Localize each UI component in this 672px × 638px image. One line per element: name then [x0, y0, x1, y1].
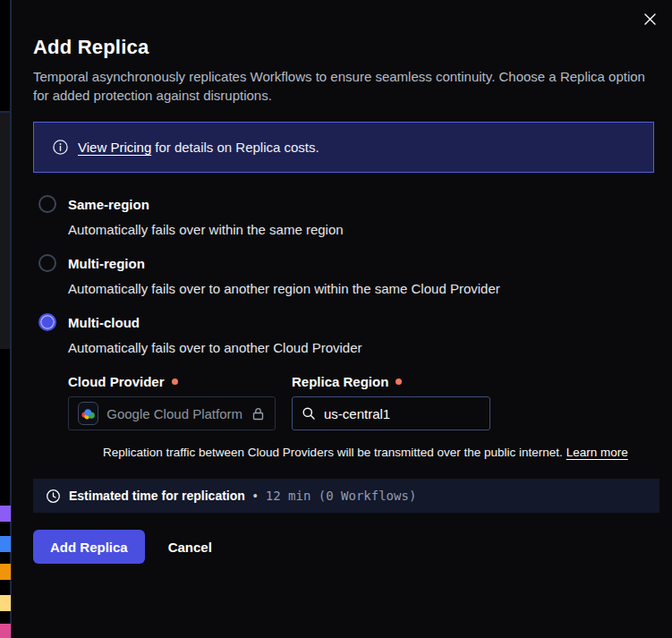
traffic-note: Replication traffic between Cloud Provid… — [103, 446, 652, 459]
pricing-banner-text: View Pricingfor details on Replica costs… — [78, 140, 319, 155]
radio-multi-region[interactable]: Multi-region — [33, 254, 652, 272]
cloud-provider-label-text: Cloud Provider — [68, 374, 165, 389]
page-title: Add Replica — [33, 0, 652, 59]
pricing-banner-rest: for details on Replica costs. — [155, 140, 319, 155]
radio-unselected-icon[interactable] — [38, 195, 56, 213]
radio-selected-icon[interactable] — [38, 313, 56, 331]
search-icon — [302, 406, 316, 421]
gcp-logo-icon — [78, 402, 98, 425]
estimate-separator: • — [253, 489, 258, 503]
radio-same-region[interactable]: Same-region — [33, 195, 652, 213]
info-icon — [52, 139, 69, 156]
screen: Add Replica Temporal asynchronously repl… — [0, 0, 672, 638]
estimate-value: 12 min (0 Workflows) — [266, 489, 417, 503]
cancel-button[interactable]: Cancel — [168, 540, 212, 555]
cloud-provider-select[interactable]: Google Cloud Platform — [68, 396, 276, 430]
option-multi-region: Multi-region Automatically fails over to… — [33, 254, 652, 296]
add-replica-button[interactable]: Add Replica — [33, 530, 145, 564]
pricing-info-banner: View Pricingfor details on Replica costs… — [33, 122, 654, 173]
cloud-provider-value: Google Cloud Platform — [106, 406, 242, 421]
required-dot — [396, 379, 402, 385]
view-pricing-link[interactable]: View Pricing — [78, 140, 151, 155]
background-color-block-yellow — [0, 595, 11, 611]
replica-region-searchbox[interactable] — [292, 396, 490, 430]
replica-region-label-text: Replica Region — [292, 374, 388, 389]
option-same-region: Same-region Automatically fails over wit… — [33, 195, 652, 237]
estimate-banner: Estimated time for replication • 12 min … — [33, 479, 659, 513]
cloud-provider-field: Cloud Provider — [68, 374, 276, 430]
modal-description: Temporal asynchronously replicates Workf… — [33, 67, 652, 105]
radio-unselected-icon[interactable] — [38, 254, 56, 272]
lock-icon — [251, 406, 266, 421]
add-replica-modal: Add Replica Temporal asynchronously repl… — [12, 0, 672, 638]
close-icon — [643, 13, 657, 26]
background-color-block-pink — [0, 624, 11, 638]
option-description: Automatically fails over to another Clou… — [68, 340, 652, 355]
background-color-block-purple — [0, 506, 11, 522]
radio-multi-cloud[interactable]: Multi-cloud — [33, 313, 652, 331]
close-button[interactable] — [638, 7, 661, 30]
estimate-label: Estimated time for replication — [69, 489, 245, 503]
clock-icon — [46, 489, 61, 504]
option-label: Same-region — [68, 197, 149, 212]
option-label: Multi-cloud — [68, 315, 140, 330]
replica-options-group: Same-region Automatically fails over wit… — [33, 195, 652, 459]
option-description: Automatically fails over within the same… — [68, 222, 652, 237]
multi-cloud-form: Cloud Provider — [68, 374, 652, 459]
replica-region-field: Replica Region — [292, 374, 490, 430]
background-panel — [0, 113, 10, 349]
option-multi-cloud: Multi-cloud Automatically fails over to … — [33, 313, 652, 459]
background-color-block-orange — [0, 564, 11, 580]
option-label: Multi-region — [68, 256, 145, 271]
replica-region-label: Replica Region — [292, 374, 490, 389]
modal-actions: Add Replica Cancel — [33, 530, 652, 564]
cloud-provider-label: Cloud Provider — [68, 374, 276, 389]
background-color-block-blue — [0, 536, 11, 552]
option-description: Automatically fails over to another regi… — [68, 281, 652, 296]
replica-region-input[interactable] — [324, 406, 467, 421]
required-dot — [172, 379, 178, 385]
traffic-note-text: Replication traffic between Cloud Provid… — [103, 446, 563, 459]
learn-more-link[interactable]: Learn more — [566, 446, 628, 459]
